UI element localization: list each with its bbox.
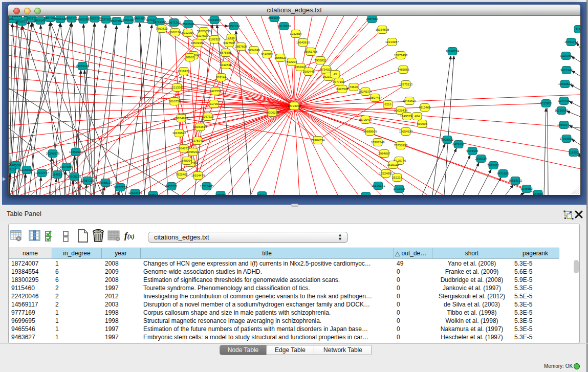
svg-text:11700: 11700 xyxy=(210,102,219,105)
svg-text:5875685: 5875685 xyxy=(220,51,232,54)
svg-text:10654122: 10654122 xyxy=(509,179,522,182)
svg-text:640994: 640994 xyxy=(182,159,192,162)
svg-text:2935114: 2935114 xyxy=(475,157,488,160)
svg-text:12156829: 12156829 xyxy=(20,168,34,171)
svg-text:17957225: 17957225 xyxy=(81,179,95,182)
svg-text:8938923: 8938923 xyxy=(441,138,453,141)
svg-text:7485063: 7485063 xyxy=(397,68,409,71)
svg-text:7955812: 7955812 xyxy=(314,59,326,62)
svg-text:12213369: 12213369 xyxy=(170,86,184,89)
svg-text:15136141: 15136141 xyxy=(372,184,385,187)
svg-text:8912954: 8912954 xyxy=(182,31,194,34)
svg-text:18300273: 18300273 xyxy=(266,111,279,114)
svg-text:7663822: 7663822 xyxy=(156,27,168,30)
svg-text:5378342: 5378342 xyxy=(191,139,204,142)
svg-text:12923446: 12923446 xyxy=(128,191,142,194)
svg-text:16648784: 16648784 xyxy=(446,50,460,53)
svg-text:9457771: 9457771 xyxy=(165,185,178,188)
svg-text:3215955: 3215955 xyxy=(540,102,552,105)
svg-text:1588520: 1588520 xyxy=(274,56,287,59)
svg-text:6466160: 6466160 xyxy=(134,17,146,20)
svg-text:18724007: 18724007 xyxy=(288,104,301,107)
svg-text:6497505: 6497505 xyxy=(336,87,349,91)
svg-text:8813054: 8813054 xyxy=(268,16,280,19)
svg-text:6466160: 6466160 xyxy=(122,18,135,21)
svg-text:1244415: 1244415 xyxy=(558,99,570,102)
svg-text:15692971: 15692971 xyxy=(557,123,571,126)
svg-text:85223: 85223 xyxy=(362,194,371,195)
svg-text:116753: 116753 xyxy=(569,151,579,154)
svg-text:8471626: 8471626 xyxy=(497,172,509,175)
svg-text:12975115: 12975115 xyxy=(399,83,413,86)
svg-text:2984067: 2984067 xyxy=(378,152,390,155)
svg-text:1010757: 1010757 xyxy=(168,100,181,103)
svg-text:7632621: 7632621 xyxy=(487,164,499,167)
svg-text:9857321: 9857321 xyxy=(66,17,78,20)
svg-text:9146821: 9146821 xyxy=(261,53,273,56)
svg-text:45: 45 xyxy=(334,73,337,76)
svg-text:12213967: 12213967 xyxy=(385,40,399,43)
svg-text:15720407: 15720407 xyxy=(359,118,373,121)
svg-text:16154808: 16154808 xyxy=(376,28,389,31)
svg-text:7357224: 7357224 xyxy=(228,25,240,28)
svg-text:15710485: 15710485 xyxy=(200,185,214,188)
svg-text:252214: 252214 xyxy=(392,176,403,179)
svg-text:9777109: 9777109 xyxy=(333,80,345,83)
svg-text:17016504: 17016504 xyxy=(560,137,574,140)
svg-text:16543362: 16543362 xyxy=(191,41,205,45)
svg-text:16961758: 16961758 xyxy=(304,50,318,53)
svg-text:16782759: 16782759 xyxy=(114,186,127,189)
svg-text:6216: 6216 xyxy=(384,103,391,106)
svg-text:70756928: 70756928 xyxy=(394,144,408,147)
svg-text:10671355: 10671355 xyxy=(167,21,181,24)
svg-text:10958127: 10958127 xyxy=(99,181,113,184)
svg-text:904512: 904512 xyxy=(148,193,159,195)
svg-text:699695: 699695 xyxy=(417,122,428,125)
svg-text:26053346: 26053346 xyxy=(76,64,90,68)
svg-text:8186323: 8186323 xyxy=(208,38,221,41)
svg-text:10975887: 10975887 xyxy=(60,165,74,168)
svg-text:13495794: 13495794 xyxy=(400,115,414,118)
svg-text:803144: 803144 xyxy=(216,76,227,79)
svg-text:484: 484 xyxy=(415,115,420,118)
svg-text:9242848: 9242848 xyxy=(220,63,232,67)
svg-text:12905135: 12905135 xyxy=(68,175,81,178)
svg-text:1615112: 1615112 xyxy=(387,163,400,166)
svg-text:9329966: 9329966 xyxy=(560,54,572,57)
svg-text:19166822: 19166822 xyxy=(172,132,186,135)
svg-text:90211: 90211 xyxy=(258,194,267,195)
svg-text:2718120: 2718120 xyxy=(178,70,190,73)
svg-text:9245652: 9245652 xyxy=(520,187,533,190)
svg-text:9115460: 9115460 xyxy=(419,106,431,109)
svg-text:832203: 832203 xyxy=(287,60,297,63)
svg-text:19654923: 19654923 xyxy=(399,130,413,133)
svg-text:7625402: 7625402 xyxy=(176,173,188,176)
svg-text:16210643: 16210643 xyxy=(555,109,569,112)
svg-text:9734023: 9734023 xyxy=(320,68,332,71)
svg-text:10688609: 10688609 xyxy=(363,130,377,133)
svg-text:16053809: 16053809 xyxy=(208,18,222,21)
svg-text:1065328: 1065328 xyxy=(54,17,67,20)
svg-text:10973493: 10973493 xyxy=(394,54,408,57)
svg-text:19353594: 19353594 xyxy=(193,125,207,128)
svg-text:1733426: 1733426 xyxy=(393,187,405,190)
svg-text:12942737: 12942737 xyxy=(35,171,49,174)
svg-text:10025438: 10025438 xyxy=(394,109,408,112)
svg-text:9227342: 9227342 xyxy=(560,69,573,72)
svg-text:12093822: 12093822 xyxy=(558,82,572,85)
svg-text:135082: 135082 xyxy=(215,193,226,195)
svg-text:2087682: 2087682 xyxy=(366,17,378,20)
svg-text:1990443: 1990443 xyxy=(302,70,315,73)
svg-text:19218506: 19218506 xyxy=(277,25,291,28)
svg-text:15751074: 15751074 xyxy=(564,40,578,43)
svg-text:98962: 98962 xyxy=(186,56,194,59)
svg-text:1498222: 1498222 xyxy=(187,150,199,154)
svg-text:20206576: 20206576 xyxy=(46,152,60,155)
svg-text:19384554: 19384554 xyxy=(311,139,325,142)
svg-text:9327503: 9327503 xyxy=(196,34,208,37)
svg-text:13524851: 13524851 xyxy=(379,172,393,175)
svg-text:3267110: 3267110 xyxy=(202,115,214,118)
svg-text:114519: 114519 xyxy=(52,173,62,176)
svg-text:16245374: 16245374 xyxy=(359,90,373,93)
svg-text:74626: 74626 xyxy=(350,85,358,89)
